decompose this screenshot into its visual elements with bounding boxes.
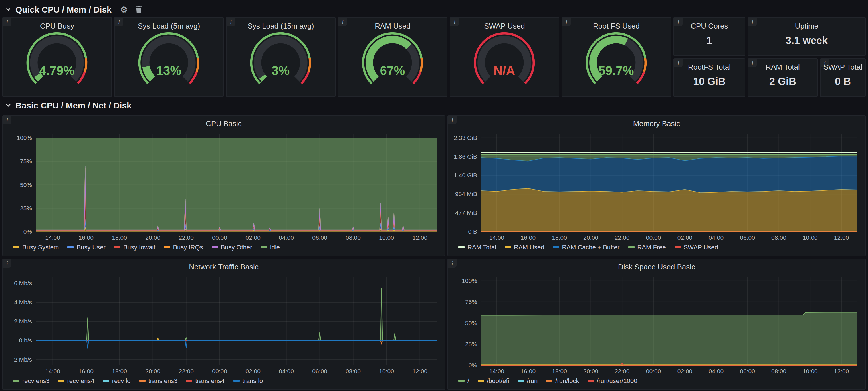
section-quick-header[interactable]: Quick CPU / Mem / Disk ⚙ — [0, 1, 868, 17]
info-icon[interactable]: i — [226, 18, 235, 26]
panel-title[interactable]: RootFS Total — [688, 63, 731, 71]
panel-title[interactable]: SWAP Total — [824, 63, 863, 71]
legend-color-marker — [186, 379, 192, 382]
info-icon[interactable]: i — [3, 259, 11, 268]
info-icon[interactable]: i — [115, 18, 123, 26]
info-icon[interactable]: i — [3, 18, 11, 26]
svg-text:6 Mb/s: 6 Mb/s — [14, 280, 32, 286]
legend-color-marker — [518, 379, 524, 382]
panel-title[interactable]: RAM Used — [375, 22, 411, 30]
legend-color-marker — [233, 379, 239, 382]
panel-title[interactable]: Sys Load (5m avg) — [138, 22, 200, 30]
svg-text:477 MiB: 477 MiB — [455, 209, 477, 216]
legend-item[interactable]: RAM Free — [628, 243, 666, 250]
sys-load-15m-gauge: 3% — [226, 31, 335, 96]
panel-title[interactable]: RAM Total — [766, 63, 800, 71]
svg-text:14:00: 14:00 — [45, 234, 60, 241]
legend-item[interactable]: recv ens4 — [58, 377, 94, 384]
svg-text:12:00: 12:00 — [412, 234, 428, 241]
svg-text:12:00: 12:00 — [412, 368, 428, 374]
svg-text:0%: 0% — [23, 228, 32, 235]
panel-sys-load-15m: i Sys Load (15m avg) 3% — [226, 17, 336, 97]
panel-title[interactable]: SWAP Used — [484, 22, 525, 30]
chevron-down-icon — [5, 6, 11, 12]
svg-text:04:00: 04:00 — [709, 234, 724, 241]
chart-canvas[interactable]: 0%25%50%75%100%14:0016:0018:0020:0022:00… — [6, 129, 441, 242]
legend-item[interactable]: /run/user/1000 — [588, 377, 638, 384]
svg-text:59.7%: 59.7% — [599, 64, 634, 78]
info-icon[interactable]: i — [3, 116, 11, 124]
panel-title[interactable]: Uptime — [795, 22, 818, 30]
panel-title[interactable]: Sys Load (15m avg) — [248, 22, 314, 30]
panel-network-traffic-basic: i Network Traffic Basic -2 Mb/s0 b/s2 Mb… — [2, 259, 445, 390]
memory-basic-legend: RAM TotalRAM UsedRAM Cache + BufferRAM F… — [448, 242, 865, 256]
info-icon[interactable]: i — [338, 18, 347, 26]
svg-text:N/A: N/A — [494, 64, 515, 78]
svg-text:16:00: 16:00 — [521, 368, 536, 374]
disk-space-chart[interactable]: 0%25%50%75%100%14:0016:0018:0020:0022:00… — [452, 273, 862, 375]
legend-item[interactable]: RAM Cache + Buffer — [553, 243, 619, 250]
legend-item[interactable]: Busy User — [67, 243, 105, 250]
panel-title[interactable]: Network Traffic Basic — [3, 263, 444, 273]
legend-item[interactable]: RAM Total — [458, 243, 496, 250]
svg-text:08:00: 08:00 — [771, 368, 786, 374]
info-icon[interactable]: i — [674, 59, 683, 67]
legend-item[interactable]: Busy Iowait — [114, 243, 156, 250]
svg-text:20:00: 20:00 — [145, 234, 160, 241]
legend-item[interactable]: SWAP Used — [675, 243, 718, 250]
svg-text:100%: 100% — [17, 134, 32, 141]
panel-title[interactable]: Memory Basic — [448, 119, 865, 129]
svg-text:04:00: 04:00 — [279, 234, 294, 241]
legend-item[interactable]: trans ens4 — [186, 377, 224, 384]
legend-item[interactable]: / — [458, 377, 469, 384]
legend-color-marker — [139, 379, 146, 382]
legend-item[interactable]: recv ens3 — [13, 377, 49, 384]
svg-text:02:00: 02:00 — [677, 368, 692, 374]
info-icon[interactable]: i — [820, 59, 829, 67]
info-icon[interactable]: i — [748, 18, 757, 26]
legend-item[interactable]: /run — [518, 377, 537, 384]
panel-title[interactable]: Root FS Used — [593, 22, 640, 30]
panel-swap-used: i SWAP Used N/A — [450, 17, 559, 97]
panel-title[interactable]: CPU Cores — [690, 22, 728, 30]
panel-title[interactable]: Disk Space Used Basic — [448, 263, 865, 273]
section-basic-header[interactable]: Basic CPU / Mem / Net / Disk — [0, 97, 868, 113]
info-icon[interactable]: i — [448, 259, 457, 268]
svg-text:22:00: 22:00 — [615, 234, 630, 241]
legend-item[interactable]: RAM Used — [505, 243, 544, 250]
legend-item[interactable]: Busy IRQs — [164, 243, 203, 250]
panel-disk-space-basic: i Disk Space Used Basic 0%25%50%75%100%1… — [447, 259, 866, 390]
chart-canvas[interactable]: 0%25%50%75%100%14:0016:0018:0020:0022:00… — [452, 273, 862, 375]
legend-item[interactable]: /run/lock — [546, 377, 579, 384]
legend-item[interactable]: recv lo — [103, 377, 131, 384]
legend-item[interactable]: /boot/efi — [478, 377, 509, 384]
svg-text:10:00: 10:00 — [379, 234, 394, 241]
chart-canvas[interactable]: 0 B477 MiB954 MiB1.40 GiB1.86 GiB2.33 Gi… — [452, 129, 862, 242]
info-icon[interactable]: i — [450, 18, 459, 26]
svg-text:3%: 3% — [272, 64, 290, 78]
legend-item[interactable]: Busy Other — [212, 243, 252, 250]
info-icon[interactable]: i — [562, 18, 571, 26]
trash-icon[interactable] — [135, 5, 142, 13]
svg-text:16:00: 16:00 — [79, 234, 94, 241]
svg-text:18:00: 18:00 — [112, 234, 127, 241]
info-icon[interactable]: i — [448, 116, 457, 124]
memory-basic-chart[interactable]: 0 B477 MiB954 MiB1.40 GiB1.86 GiB2.33 Gi… — [452, 129, 862, 242]
legend-item[interactable]: trans ens3 — [139, 377, 178, 384]
cpu-basic-chart[interactable]: 0%25%50%75%100%14:0016:0018:0020:0022:00… — [6, 129, 441, 242]
rootfs-total-value: 10 GiB — [693, 76, 725, 88]
info-icon[interactable]: i — [748, 59, 757, 67]
panel-title[interactable]: CPU Busy — [40, 22, 74, 30]
network-traffic-chart[interactable]: -2 Mb/s0 b/s2 Mb/s4 Mb/s6 Mb/s14:0016:00… — [6, 273, 441, 375]
uptime-value: 3.1 week — [785, 35, 828, 47]
legend-color-marker — [553, 246, 559, 248]
chart-canvas[interactable]: -2 Mb/s0 b/s2 Mb/s4 Mb/s6 Mb/s14:0016:00… — [6, 273, 441, 375]
svg-text:18:00: 18:00 — [112, 368, 127, 374]
info-icon[interactable]: i — [674, 18, 683, 26]
gear-icon[interactable]: ⚙ — [120, 5, 128, 13]
svg-text:20:00: 20:00 — [583, 368, 598, 374]
panel-title[interactable]: CPU Basic — [3, 119, 444, 129]
legend-item[interactable]: trans lo — [233, 377, 263, 384]
legend-item[interactable]: Idle — [261, 243, 280, 250]
legend-item[interactable]: Busy System — [13, 243, 59, 250]
